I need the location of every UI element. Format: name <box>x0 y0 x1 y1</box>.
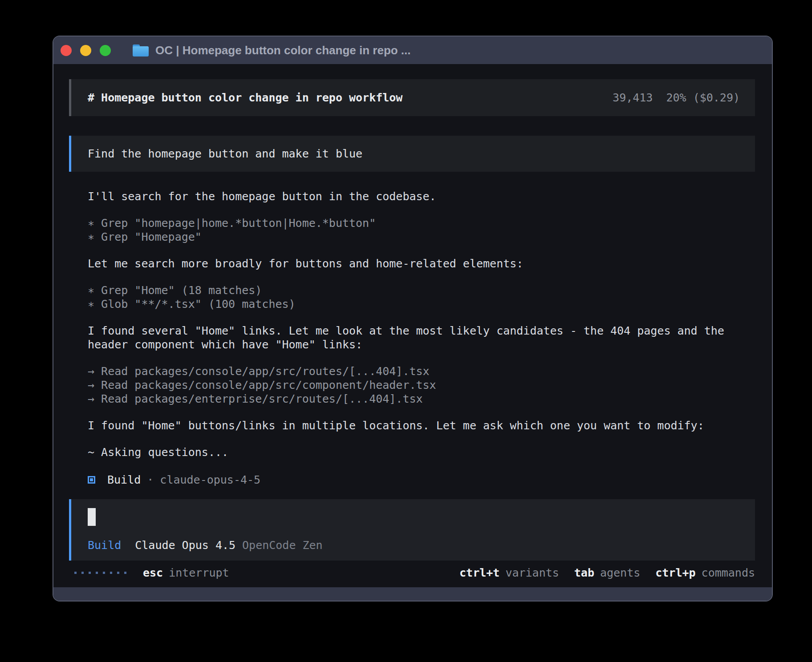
assistant-text-line: header component which have "Home" links… <box>88 338 772 351</box>
minimize-window-button[interactable] <box>80 45 91 56</box>
hint-label: variants <box>505 566 559 579</box>
agent-build-icon <box>88 476 95 484</box>
zoom-window-button[interactable] <box>100 45 111 56</box>
read-file-line: → Read packages/console/app/src/routes/[… <box>88 364 772 378</box>
esc-key-label: interrupt <box>169 566 229 579</box>
assistant-paragraph: I found several "Home" links. Let me loo… <box>88 324 772 351</box>
prompt-input[interactable]: Build Claude Opus 4.5 OpenCode Zen <box>69 499 755 561</box>
hint-commands: ctrl+p commands <box>655 566 755 579</box>
assistant-transcript: I'll search for the homepage button in t… <box>88 190 772 472</box>
assistant-paragraph: I'll search for the homepage button in t… <box>88 190 772 203</box>
tool-call-group: ∗ Grep "homepage|home.*button|Home.*butt… <box>88 216 772 244</box>
hint-label: agents <box>600 566 640 579</box>
tool-call-line: ∗ Glob "**/*.tsx" (100 matches) <box>88 297 772 311</box>
context-cost: 20% ($0.29) <box>666 91 740 104</box>
session-title: # Homepage button color change in repo w… <box>88 91 402 104</box>
input-mode-line: Build Claude Opus 4.5 OpenCode Zen <box>88 539 740 552</box>
agent-separator: · <box>147 473 154 487</box>
status-bar: esc interrupt ctrl+t variants tab agents… <box>74 566 755 579</box>
session-meta: 39,41320% ($0.29) <box>613 91 740 104</box>
user-message-text: Find the homepage button and make it blu… <box>88 147 740 160</box>
hint-key: ctrl+p <box>655 566 695 579</box>
folder-icon <box>133 44 149 57</box>
assistant-text-line: Let me search more broadly for buttons a… <box>88 257 772 270</box>
input-mode-agent[interactable]: Build <box>88 539 121 552</box>
read-file-line: → Read packages/enterprise/src/routes/[.… <box>88 392 772 406</box>
assistant-paragraph: I found "Home" buttons/links in multiple… <box>88 419 772 432</box>
text-cursor <box>88 508 96 526</box>
status-left: esc interrupt <box>74 566 229 579</box>
hint-key: ctrl+t <box>459 566 499 579</box>
user-message: Find the homepage button and make it blu… <box>69 136 755 172</box>
hint-agents: tab agents <box>574 566 640 579</box>
session-header: # Homepage button color change in repo w… <box>69 79 755 116</box>
tool-call-line: ∗ Grep "Home" (18 matches) <box>88 283 772 297</box>
spinner-dots-icon <box>74 572 126 574</box>
hint-label: commands <box>702 566 755 579</box>
input-model-name[interactable]: Claude Opus 4.5 <box>135 539 235 552</box>
tool-call-line: ∗ Grep "homepage|home.*button|Home.*butt… <box>88 216 772 230</box>
read-file-line: → Read packages/console/app/src/componen… <box>88 378 772 392</box>
assistant-paragraph: Let me search more broadly for buttons a… <box>88 257 772 270</box>
assistant-paragraph: ~ Asking questions... <box>88 445 772 459</box>
titlebar[interactable]: OC | Homepage button color change in rep… <box>53 36 772 64</box>
keyboard-hints: ctrl+t variants tab agents ctrl+p comman… <box>444 566 755 579</box>
assistant-text-line: I found "Home" buttons/links in multiple… <box>88 419 772 432</box>
agent-model: claude-opus-4-5 <box>160 473 260 487</box>
tool-call-group: ∗ Grep "Home" (18 matches) ∗ Glob "**/*.… <box>88 283 772 311</box>
agent-name: Build <box>107 473 141 487</box>
terminal-window: OC | Homepage button color change in rep… <box>53 36 773 601</box>
terminal-content: # Homepage button color change in repo w… <box>53 64 772 587</box>
token-count: 39,413 <box>613 91 653 104</box>
hint-variants: ctrl+t variants <box>459 566 559 579</box>
tool-call-line: ∗ Grep "Homepage" <box>88 230 772 244</box>
assistant-text-line: I'll search for the homepage button in t… <box>88 190 772 203</box>
status-working-line: ~ Asking questions... <box>88 445 772 459</box>
hint-key: tab <box>574 566 594 579</box>
window-footer-bar <box>53 587 772 601</box>
tool-call-group: → Read packages/console/app/src/routes/[… <box>88 364 772 406</box>
close-window-button[interactable] <box>61 45 72 56</box>
assistant-text-line: I found several "Home" links. Let me loo… <box>88 324 772 338</box>
window-title: OC | Homepage button color change in rep… <box>155 44 411 57</box>
input-provider-name: OpenCode Zen <box>242 539 323 552</box>
esc-key-hint: esc <box>143 566 163 579</box>
agent-status-line: Build · claude-opus-4-5 <box>88 473 772 487</box>
